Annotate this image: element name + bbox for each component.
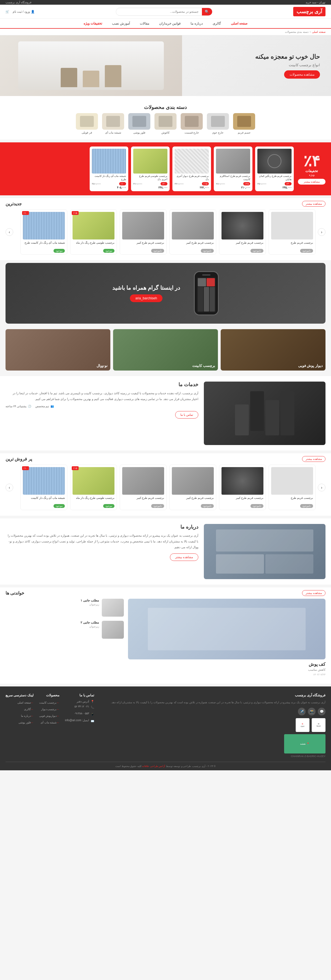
- contact-phone: 📞 ۰۲۱ ۱۲ ۳۴ ۵۶: [65, 705, 94, 710]
- instagram-button[interactable]: aria_barchiseh: [130, 294, 163, 302]
- carousel-next-button[interactable]: ›: [5, 484, 13, 492]
- search-input[interactable]: [116, 8, 202, 15]
- breadcrumb-home[interactable]: صفحه اصلی: [312, 30, 326, 33]
- side-article-text: مطلب جانبی ۲ زیرعنوان: [81, 621, 99, 639]
- product-card[interactable]: برچسب فریم طرح کبیر ناموجود: [219, 465, 266, 510]
- footer-quick-link[interactable]: گالری: [5, 706, 33, 712]
- instagram-icon[interactable]: 📸: [308, 708, 315, 716]
- address-text: آدرس دفتر: [77, 700, 89, 703]
- discount-tag: ٪۱۰: [22, 466, 29, 470]
- product-card[interactable]: برچسب فریم طرح کبیر ناموجود: [120, 465, 167, 510]
- sale-discount-badge: ٪۲۵: [243, 182, 250, 185]
- nav-home[interactable]: صفحه اصلی: [226, 19, 252, 29]
- nav-special-offers[interactable]: تخفیفات ویژه: [79, 19, 107, 29]
- category-item[interactable]: فر فویلی: [76, 113, 98, 134]
- category-card-wall[interactable]: دیوار پوش فویی: [221, 329, 326, 371]
- product-card[interactable]: برچسب فریم طرح کبیر ناموجود: [219, 209, 266, 255]
- user-login-button[interactable]: 👤 ورود / ثبت نام: [13, 10, 35, 14]
- stock-badge: موجود: [54, 249, 65, 253]
- services-title: خدمات ما: [5, 382, 198, 388]
- email-address[interactable]: ایمیل: info@ari.com: [65, 718, 89, 722]
- product-image: [122, 467, 164, 495]
- search-button[interactable]: 🔍: [202, 8, 212, 16]
- product-card[interactable]: ٪۱۵ برچسب طوسی طرح رنگ دار ماه موجود: [70, 209, 117, 255]
- category-item[interactable]: جسم فریم: [233, 113, 255, 134]
- footer-quick-link[interactable]: صفحه اصلی: [5, 700, 33, 705]
- sale-product-1[interactable]: برچسب فریم طرح رنگین کمان هایلی ٪۳۰ ۳۵۰,…: [255, 146, 294, 191]
- services-cta-button[interactable]: تماس با ما: [175, 411, 198, 418]
- bestsellers-see-all-button[interactable]: مشاهده بیشتر: [302, 456, 326, 462]
- logo[interactable]: آری برچسب: [293, 7, 326, 16]
- sale-product-2[interactable]: برچسب فریم طرح استاکلرم کابینت ٪۲۵ ۲۸۰,۰…: [214, 146, 252, 191]
- product-card[interactable]: برچسب فریم طرح ناموجود: [269, 465, 315, 510]
- hero-cta-button[interactable]: مشاهده محصولات: [284, 70, 320, 79]
- nav-rules[interactable]: قوانین خریداران: [154, 19, 186, 29]
- carousel-prev-button[interactable]: ‹: [318, 484, 326, 492]
- category-item[interactable]: کاغوش: [154, 113, 177, 134]
- developer-link[interactable]: آژانس طراحی خلاقانه: [142, 765, 165, 768]
- product-image: [122, 212, 164, 239]
- about-cta-button[interactable]: مشاهده بیشتر: [170, 554, 198, 561]
- footer: فروشگاه آری برچسب آری برچسب به عنوان یک …: [0, 686, 331, 770]
- footer-quick-link[interactable]: درباره ما: [5, 713, 33, 719]
- services-description: آری برچسب، ارائه دهنده خدمات و محصولات ب…: [5, 390, 198, 402]
- reading-main-article[interactable]: کف پوش کاهش مناسب ۱۴۰۲/۰۷/۲۳: [128, 599, 326, 678]
- phone-number[interactable]: ۰۲۱ ۱۲ ۳۴ ۵۶: [75, 705, 89, 709]
- whatsapp-icon[interactable]: 💬: [318, 708, 326, 716]
- category-card-label: دیوار پوش فویی: [298, 364, 323, 368]
- product-card[interactable]: ٪۱۰ شیشه ماب آی رنگ دار کابینت موجود: [21, 465, 67, 510]
- nav-about[interactable]: درباره ما: [186, 19, 207, 29]
- reading-see-all-button[interactable]: مشاهده بیشتر: [302, 590, 326, 596]
- copyright-text: © ۲۰۲۳ - آری برچسب. طراحی و توسعه توسط: [166, 765, 216, 768]
- sale-badge: ٪۴ تخفیفات ویژه مشاهده بیشتر: [298, 153, 326, 185]
- category-card-label: نو-ووال: [97, 364, 108, 368]
- footer-product-link[interactable]: شیشه ماب آی: [39, 720, 60, 725]
- telegram-icon[interactable]: ✈️: [298, 708, 306, 716]
- product-card[interactable]: برچسب فریم طرح کبیر ناموجود: [120, 209, 167, 255]
- footer-product-link[interactable]: دیوارپوش فویی: [39, 713, 60, 719]
- category-item[interactable]: فلور پوشی: [128, 113, 150, 134]
- sale-old-price: ۴۵۰,۰۰۰: [92, 182, 101, 185]
- stock-badge: ناموجود: [201, 504, 214, 508]
- product-status: موجود: [73, 250, 115, 252]
- product-card[interactable]: برچسب فریم طرح کبیر ناموجود: [169, 209, 216, 255]
- nav-installation[interactable]: آموزش نصب: [107, 19, 135, 29]
- product-card[interactable]: برچسب فریم طرح کبیر ناموجود: [169, 465, 216, 510]
- sale-new-price: ۲۴۸,۰۰۰: [133, 186, 167, 189]
- product-card[interactable]: ٪۱۰ شیشه ماب آی رنگ دار کابینت طرح موجود: [21, 209, 67, 255]
- product-title: شیشه ماب آی رنگ دار کابینت طرح: [23, 241, 65, 248]
- nav-gallery[interactable]: گالری: [208, 19, 226, 29]
- sale-subtitle: ویژه: [298, 173, 326, 177]
- sale-new-price: ۲۴۵,۰۰۰: [257, 186, 291, 189]
- services-image: [204, 382, 326, 445]
- nav-articles[interactable]: مقالات: [135, 19, 154, 29]
- sale-products-row: برچسب فریم طرح رنگین کمان هایلی ٪۳۰ ۳۵۰,…: [5, 146, 294, 191]
- mobile-number[interactable]: ۰۹۱۳۸۸۰۰۵۵۳: [74, 711, 89, 716]
- phone-screen-top: [198, 278, 215, 286]
- specialist-label: تیم متخصص: [35, 405, 49, 408]
- sale-product-5[interactable]: شیشه ماب آی رنگ دار کابینت طرح ٪۱۰ ۴۵۰,۰…: [90, 146, 128, 191]
- category-card-nonwoven[interactable]: نو-ووال: [5, 329, 110, 371]
- side-article-1[interactable]: مطلب جانبی ۱ زیرعنوان: [5, 599, 124, 617]
- sale-product-4[interactable]: برچسب طوسی فریم طرح آجری دک ٪۲۰ ۳۱۰,۰۰۰ …: [131, 146, 170, 191]
- newest-see-all-button[interactable]: مشاهده بیشتر: [302, 201, 326, 207]
- carousel-prev-button[interactable]: ‹: [318, 228, 326, 236]
- footer-product-link[interactable]: برچسب دیوار: [39, 706, 60, 712]
- product-status: ناموجود: [271, 250, 313, 252]
- category-item[interactable]: خارج قسمت: [181, 113, 203, 134]
- cart-icon[interactable]: 🛒: [5, 10, 10, 14]
- product-card[interactable]: برچسب فریم طرح ناموجود: [269, 209, 315, 255]
- category-item[interactable]: شیشه ماب آی: [102, 113, 124, 134]
- footer-product-link[interactable]: برچسب کابینت: [39, 700, 60, 705]
- category-card-cabinet[interactable]: برچسب کابینت: [113, 329, 218, 371]
- discount-tag: ٪۱۵: [72, 211, 79, 215]
- side-article-2[interactable]: مطلب جانبی ۲ زیرعنوان: [5, 621, 124, 639]
- product-card[interactable]: ٪۱۵ برچسب طوسی طرح رنگ دار ماه موجود: [70, 465, 117, 510]
- carousel-next-button[interactable]: ›: [5, 228, 13, 236]
- reading-section: مشاهده بیشتر خواندنی ها کف پوش کاهش مناس…: [0, 587, 331, 684]
- footer-quick-link[interactable]: فلور پوشی: [5, 720, 33, 725]
- sale-section: ٪۴ تخفیفات ویژه مشاهده بیشتر برچسب فریم …: [0, 142, 331, 195]
- category-item[interactable]: خارج خوم: [207, 113, 229, 134]
- sale-product-3[interactable]: برچسب فریم طرح دیوار آجری دک ٪۱۵ ۳۲۰,۰۰۰…: [172, 146, 211, 191]
- sale-see-more-button[interactable]: مشاهده بیشتر: [298, 179, 326, 185]
